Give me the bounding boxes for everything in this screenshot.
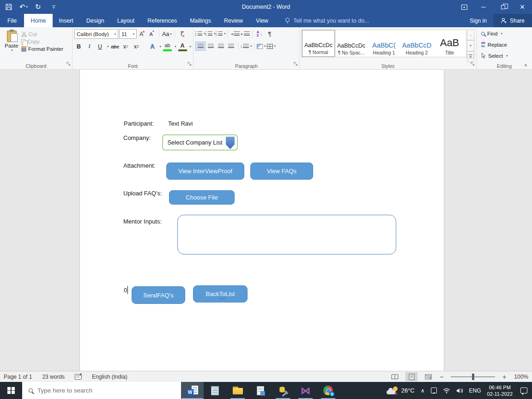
mentor-inputs-textarea[interactable] bbox=[177, 215, 396, 254]
sort-button[interactable]: AZ↓ bbox=[254, 29, 265, 38]
shrink-font-button[interactable]: A▾ bbox=[147, 29, 156, 39]
font-color-button[interactable]: A bbox=[178, 42, 187, 51]
text-effects-button[interactable]: A bbox=[148, 42, 157, 51]
text-highlight-button[interactable]: ab bbox=[163, 42, 172, 51]
minimize-button[interactable] bbox=[474, 0, 493, 14]
justify-button[interactable] bbox=[226, 42, 236, 51]
choose-file-button[interactable]: Choose File bbox=[169, 190, 235, 205]
view-interviewproof-button[interactable]: View InterViewProof bbox=[166, 163, 244, 180]
proofing-status-icon[interactable] bbox=[75, 374, 82, 380]
wifi-icon[interactable] bbox=[443, 388, 450, 393]
style-normal[interactable]: AaBbCcDc ¶ Normal bbox=[302, 30, 335, 57]
select-button[interactable]: Select ▾ bbox=[481, 51, 530, 60]
customize-quick-access-icon[interactable]: ▾ bbox=[52, 6, 55, 9]
shading-button[interactable]: ▾ bbox=[256, 42, 266, 51]
share-button[interactable]: Share bbox=[493, 14, 532, 27]
taskbar-visual-studio-icon[interactable]: ⋈ bbox=[294, 382, 317, 399]
numbering-button[interactable]: ▾ bbox=[206, 29, 216, 38]
document-page[interactable]: Participant: Text Ravi Company: Select C… bbox=[79, 70, 444, 371]
dropdown-arrow-icon[interactable] bbox=[226, 137, 235, 149]
undo-dropdown-icon[interactable]: ▾ bbox=[26, 5, 28, 9]
tab-home[interactable]: Home bbox=[24, 14, 52, 27]
ribbon-display-options-button[interactable]: ▴ bbox=[454, 0, 474, 14]
grow-font-button[interactable]: A▴ bbox=[138, 29, 146, 39]
taskbar-file-explorer-icon[interactable] bbox=[226, 382, 249, 399]
styles-dialog-launcher[interactable] bbox=[471, 60, 475, 68]
word-count[interactable]: 23 words bbox=[42, 374, 65, 380]
line-spacing-button[interactable]: ↕▾ bbox=[240, 42, 252, 51]
action-center-icon[interactable] bbox=[520, 387, 527, 393]
tab-review[interactable]: Review bbox=[218, 14, 249, 27]
language-indicator[interactable]: English (India) bbox=[92, 374, 127, 380]
clock[interactable]: 06:46 PM 02-11-2022 bbox=[487, 384, 513, 397]
find-button[interactable]: Find ▾ bbox=[481, 29, 530, 38]
restore-button[interactable] bbox=[493, 0, 513, 14]
cut-button[interactable]: Cut bbox=[21, 31, 63, 37]
bold-button[interactable]: B bbox=[74, 42, 83, 51]
font-dialog-launcher[interactable] bbox=[187, 60, 192, 68]
underline-dropdown-icon[interactable]: ▾ bbox=[107, 45, 109, 48]
tab-insert[interactable]: Insert bbox=[53, 14, 80, 27]
read-mode-button[interactable] bbox=[389, 372, 401, 381]
zoom-slider[interactable] bbox=[451, 376, 495, 377]
search-input[interactable] bbox=[37, 387, 153, 394]
send-faqs-button[interactable]: SendFAQ’s bbox=[132, 286, 185, 304]
sign-in-link[interactable]: Sign in bbox=[463, 14, 493, 27]
print-layout-button[interactable] bbox=[405, 372, 417, 381]
paste-button[interactable]: Paste ▾ bbox=[2, 29, 21, 62]
format-painter-button[interactable]: Format Painter bbox=[21, 46, 63, 52]
tab-references[interactable]: References bbox=[141, 14, 183, 27]
subscript-button[interactable]: x2 bbox=[121, 42, 130, 51]
superscript-button[interactable]: x2 bbox=[132, 42, 141, 51]
language-indicator-tray[interactable]: ENG bbox=[469, 387, 481, 394]
decrease-indent-button[interactable]: ◄ bbox=[230, 29, 240, 38]
taskbar-search[interactable] bbox=[22, 382, 181, 399]
weather-widget[interactable]: 26°C bbox=[387, 387, 415, 395]
back-to-list-button[interactable]: Back To List bbox=[193, 285, 248, 302]
company-dropdown[interactable]: Select Company List bbox=[162, 134, 238, 151]
view-faqs-button[interactable]: View FAQs bbox=[250, 163, 313, 180]
style-title[interactable]: AaB Title bbox=[433, 30, 466, 57]
close-button[interactable]: × bbox=[513, 0, 532, 14]
taskbar-notepad-icon[interactable] bbox=[204, 382, 226, 399]
page-indicator[interactable]: Page 1 of 1 bbox=[4, 374, 32, 380]
replace-button[interactable]: abac Replace bbox=[481, 40, 530, 49]
tab-file[interactable]: File bbox=[0, 14, 24, 27]
clipboard-dialog-launcher[interactable] bbox=[66, 60, 71, 68]
font-size-combobox[interactable]: 11▾ bbox=[119, 29, 137, 39]
zoom-out-button[interactable]: − bbox=[439, 373, 444, 381]
collapse-ribbon-button[interactable]: ∧ bbox=[524, 62, 527, 67]
undo-button[interactable]: ↶▾ bbox=[19, 3, 28, 11]
tab-layout[interactable]: Layout bbox=[111, 14, 141, 27]
borders-button[interactable]: ▾ bbox=[266, 42, 277, 51]
display-device-icon[interactable] bbox=[431, 387, 437, 393]
tab-mailings[interactable]: Mailings bbox=[183, 14, 218, 27]
styles-scroll-up-button[interactable]: ▴ bbox=[467, 30, 474, 40]
increase-indent-button[interactable]: ► bbox=[240, 29, 250, 38]
taskbar-sql-server-icon[interactable] bbox=[272, 382, 294, 399]
change-case-button[interactable]: Aa▾ bbox=[162, 29, 172, 39]
paste-dropdown-icon[interactable]: ▾ bbox=[11, 48, 13, 52]
save-icon[interactable] bbox=[6, 4, 12, 10]
copy-button[interactable]: Copy bbox=[21, 39, 63, 44]
bullets-button[interactable]: ▾ bbox=[195, 29, 206, 38]
web-layout-button[interactable] bbox=[422, 372, 434, 381]
align-center-button[interactable] bbox=[206, 42, 216, 51]
styles-scroll-down-button[interactable]: ▾ bbox=[467, 40, 474, 51]
italic-button[interactable]: I bbox=[85, 42, 94, 51]
tell-me-box[interactable]: Tell me what you want to do... bbox=[285, 14, 369, 27]
taskbar-chrome-icon[interactable]: S bbox=[317, 382, 339, 399]
style-heading-1[interactable]: AaBbC( Heading 1 bbox=[368, 30, 400, 57]
style-no-spacing[interactable]: AaBbCcDc ¶ No Spac... bbox=[335, 30, 368, 57]
multilevel-list-button[interactable]: ▾ bbox=[216, 29, 226, 38]
taskbar-word-icon[interactable]: W bbox=[181, 382, 204, 399]
start-button[interactable] bbox=[0, 382, 22, 399]
align-right-button[interactable] bbox=[216, 42, 226, 51]
zoom-slider-thumb[interactable] bbox=[472, 374, 474, 380]
paragraph-dialog-launcher[interactable] bbox=[294, 60, 298, 68]
zoom-level[interactable]: 100% bbox=[512, 374, 528, 380]
tray-expand-icon[interactable]: ∧ bbox=[421, 387, 425, 394]
clear-formatting-button[interactable] bbox=[178, 29, 187, 39]
font-name-combobox[interactable]: Calibri (Body)▾ bbox=[74, 29, 118, 39]
strikethrough-button[interactable]: abc bbox=[111, 42, 120, 51]
